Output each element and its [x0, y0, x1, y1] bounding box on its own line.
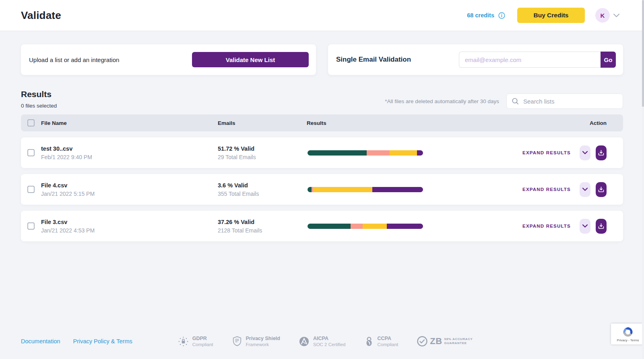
- results-bar: [308, 224, 423, 229]
- results-bar: [308, 187, 423, 192]
- expand-chevron-button[interactable]: [580, 219, 590, 234]
- gdpr-badge: GDPR Compliant: [178, 336, 213, 347]
- download-icon: [597, 149, 605, 157]
- table-row: File 4.csv Jan/21 2022 5:15 PM 3.6 % Val…: [21, 174, 623, 205]
- email-input[interactable]: [459, 52, 601, 68]
- recaptcha-privacy-terms[interactable]: Privacy - Terms: [617, 338, 639, 342]
- privacy-shield-badge: Privacy Shield Framework: [232, 336, 280, 347]
- valid-percentage: 51.72 % Valid: [218, 145, 307, 152]
- ccpa-badge: CCPA Compliant: [364, 336, 398, 347]
- credits-link[interactable]: 68 credits: [467, 12, 494, 19]
- results-bar-cell: [307, 224, 522, 229]
- total-emails: 2128 Total Emails: [218, 227, 307, 234]
- emails-cell: 3.6 % Valid 355 Total Emails: [218, 182, 307, 197]
- table-row: test 30..csv Feb/1 2022 9:40 PM 51.72 % …: [21, 137, 623, 168]
- validate-new-list-button[interactable]: Validate New List: [192, 52, 309, 67]
- badge-title: Privacy Shield: [246, 336, 280, 341]
- search-box: [506, 93, 623, 109]
- file-name: File 4.csv: [41, 182, 218, 189]
- chevron-down-icon: [582, 151, 588, 155]
- column-header-results: Results: [307, 120, 522, 126]
- lock-icon: [364, 336, 374, 347]
- row-checkbox[interactable]: [27, 186, 35, 193]
- single-email-input-group: Go: [459, 52, 616, 68]
- buy-credits-button[interactable]: Buy Credits: [517, 8, 585, 23]
- shield-icon: [232, 336, 242, 347]
- search-input[interactable]: [523, 98, 618, 105]
- results-bar: [308, 150, 423, 156]
- total-emails: 355 Total Emails: [218, 191, 307, 197]
- expand-chevron-button[interactable]: [580, 182, 590, 197]
- results-heading-block: Results 0 files selected: [21, 89, 57, 109]
- expand-results-link[interactable]: EXPAND RESULTS: [522, 187, 571, 192]
- cards-row: Upload a list or add an integration Vali…: [21, 44, 623, 75]
- info-icon[interactable]: [498, 12, 505, 19]
- badge-subtitle: Framework: [246, 342, 280, 347]
- select-all-checkbox[interactable]: [27, 119, 35, 127]
- top-bar: Validate 68 credits Buy Credits K: [0, 0, 644, 31]
- results-meta: Results 0 files selected *All files are …: [21, 89, 623, 109]
- action-cell: EXPAND RESULTS: [522, 219, 623, 234]
- file-date: Jan/21 2022 5:15 PM: [41, 191, 218, 197]
- gdpr-stars-lock-icon: [178, 336, 189, 347]
- zb-logo-text: ZB: [430, 336, 442, 347]
- download-button[interactable]: [596, 145, 607, 160]
- zb-accuracy-line1: 98% ACCURACY: [444, 337, 473, 341]
- download-button[interactable]: [596, 219, 607, 234]
- auto-delete-note: *All files are deleted automatically aft…: [385, 98, 499, 104]
- file-date: Feb/1 2022 9:40 PM: [41, 154, 218, 160]
- chevron-down-icon: [582, 187, 588, 191]
- file-name: File 3.csv: [41, 219, 218, 225]
- badge-title: GDPR: [192, 336, 213, 341]
- table-row: File 3.csv Jan/21 2022 4:53 PM 37.26 % V…: [21, 211, 623, 241]
- aicpa-badge: AICPA SOC 2 Certified: [299, 336, 346, 347]
- scrollbar-thumb[interactable]: [642, 0, 644, 107]
- badge-title: AICPA: [313, 336, 346, 341]
- upload-card: Upload a list or add an integration Vali…: [21, 44, 316, 75]
- badge-title: CCPA: [378, 336, 398, 341]
- expand-results-link[interactable]: EXPAND RESULTS: [522, 150, 571, 155]
- chevron-down-icon: [582, 224, 588, 228]
- search-icon: [512, 98, 519, 105]
- row-checkbox[interactable]: [27, 149, 35, 156]
- topbar-right: 68 credits Buy Credits K: [467, 8, 620, 23]
- zb-accuracy-badge: ZB 98% ACCURACY GUARANTEE: [417, 336, 473, 347]
- avatar[interactable]: K: [595, 8, 610, 23]
- download-icon: [597, 222, 605, 230]
- file-name: test 30..csv: [41, 145, 218, 152]
- valid-percentage: 37.26 % Valid: [218, 219, 307, 225]
- privacy-policy-link[interactable]: Privacy Policy & Terms: [73, 338, 132, 344]
- expand-chevron-button[interactable]: [580, 145, 590, 160]
- emails-cell: 37.26 % Valid 2128 Total Emails: [218, 219, 307, 234]
- main-content: Upload a list or add an integration Vali…: [0, 31, 644, 336]
- results-bar-cell: [307, 187, 522, 192]
- action-cell: EXPAND RESULTS: [522, 145, 623, 160]
- selected-count: 0 files selected: [21, 103, 57, 109]
- results-bar-cell: [307, 150, 522, 156]
- download-button[interactable]: [596, 182, 607, 197]
- badge-subtitle: SOC 2 Certified: [313, 342, 346, 347]
- emails-cell: 51.72 % Valid 29 Total Emails: [218, 145, 307, 160]
- total-emails: 29 Total Emails: [218, 154, 307, 160]
- user-menu-chevron-icon[interactable]: [613, 13, 620, 18]
- expand-results-link[interactable]: EXPAND RESULTS: [522, 224, 571, 228]
- file-name-cell: File 4.csv Jan/21 2022 5:15 PM: [41, 182, 218, 197]
- row-checkbox[interactable]: [27, 222, 35, 230]
- recaptcha-badge[interactable]: Privacy - Terms: [611, 324, 644, 344]
- column-header-emails: Emails: [218, 120, 307, 126]
- action-cell: EXPAND RESULTS: [522, 182, 623, 197]
- results-meta-right: *All files are deleted automatically aft…: [385, 93, 623, 109]
- scrollbar-track[interactable]: [642, 0, 644, 359]
- badge-subtitle: Compliant: [192, 342, 213, 347]
- aicpa-seal-icon: [299, 336, 310, 347]
- upload-card-label: Upload a list or add an integration: [29, 56, 119, 63]
- single-email-validation-card: Single Email Validation Go: [328, 44, 623, 75]
- column-header-file-name: File Name: [41, 120, 218, 126]
- compliance-badges: GDPR Compliant Privacy Shield Framework: [178, 336, 473, 347]
- go-button[interactable]: Go: [601, 52, 616, 68]
- recaptcha-icon: [622, 326, 634, 338]
- download-icon: [597, 186, 605, 193]
- check-circle-icon: [417, 336, 428, 347]
- documentation-link[interactable]: Documentation: [21, 338, 60, 344]
- file-date: Jan/21 2022 4:53 PM: [41, 227, 218, 234]
